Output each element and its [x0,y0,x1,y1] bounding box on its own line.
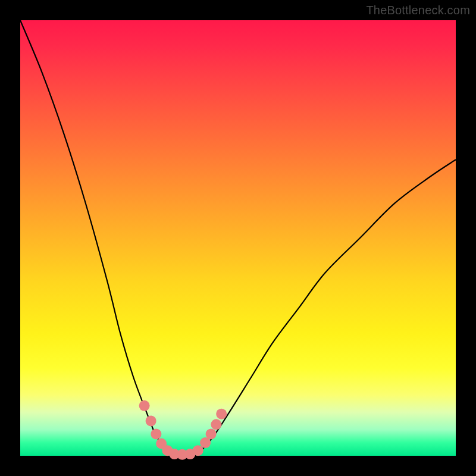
marker-point [193,445,203,456]
marker-point [151,428,161,439]
marker-point [216,409,227,419]
attribution-text: TheBottleneck.com [366,4,470,17]
marker-point [206,428,217,439]
marker-point [146,415,156,426]
marker-group [139,400,227,460]
marker-point [139,400,150,411]
chart-svg [20,20,456,456]
bottleneck-curve [20,20,456,457]
chart-frame: TheBottleneck.com [0,0,476,476]
marker-point [211,419,221,430]
chart-plot-area [20,20,456,456]
